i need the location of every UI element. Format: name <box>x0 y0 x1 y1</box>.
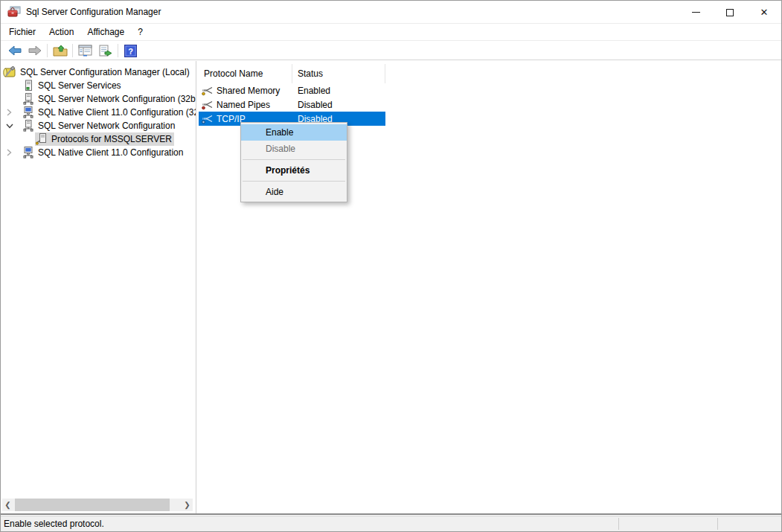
protocols-icon <box>36 133 48 145</box>
tree-item-sql-server-services[interactable]: SQL Server Services <box>1 79 196 92</box>
tree-horizontal-scrollbar[interactable]: ❮ ❯ <box>2 499 193 511</box>
tree-item-label: SQL Server Configuration Manager (Local) <box>20 67 190 77</box>
context-menu-help[interactable]: Aide <box>241 184 347 200</box>
window-controls: ✕ <box>679 1 781 24</box>
content-area: SQL Server Configuration Manager (Local) <box>1 61 781 515</box>
tree-item-config-manager-root[interactable]: SQL Server Configuration Manager (Local) <box>1 65 196 79</box>
tree-item-label: SQL Native Client 11.0 Configuration <box>38 147 183 158</box>
minimize-button[interactable] <box>679 1 713 24</box>
menu-bar: Fichier Action Affichage ? <box>1 25 781 41</box>
chevron-right-icon[interactable] <box>4 148 22 157</box>
column-header-protocol-name[interactable]: Protocol Name <box>199 64 292 83</box>
network-server-icon <box>22 93 34 105</box>
tree-item-network-config[interactable]: SQL Server Network Configuration <box>1 119 196 132</box>
menu-action[interactable]: Action <box>42 25 80 40</box>
title-bar: Sql Server Configuration Manager ✕ <box>1 1 781 24</box>
app-icon <box>7 6 21 18</box>
help-icon: ? <box>124 45 137 57</box>
status-text: Enable selected protocol. <box>4 519 104 529</box>
maximize-icon <box>726 9 734 16</box>
protocol-status: Disabled <box>292 100 385 110</box>
console-root-icon <box>3 66 16 78</box>
menu-fichier[interactable]: Fichier <box>2 25 42 40</box>
protocol-row-shared-memory[interactable]: Shared Memory Enabled <box>199 83 385 97</box>
forward-button[interactable] <box>25 42 45 59</box>
context-menu-disable: Disable <box>241 141 347 157</box>
tree-item-label: SQL Server Network Configuration (32bit) <box>38 94 196 104</box>
protocol-row-named-pipes[interactable]: Named Pipes Disabled <box>199 97 385 112</box>
minimize-icon <box>692 12 700 13</box>
toolbar-separator <box>72 44 73 57</box>
back-arrow-icon <box>7 45 22 56</box>
forward-arrow-icon <box>28 45 42 56</box>
toolbar-separator <box>118 44 118 57</box>
column-header-status[interactable]: Status <box>292 64 385 83</box>
show-console-tree-icon <box>78 45 92 57</box>
protocol-zipper-icon <box>202 86 214 96</box>
statusbar-divider <box>717 518 718 530</box>
up-one-level-button[interactable] <box>50 42 70 59</box>
tree-item-network-config-32bit[interactable]: SQL Server Network Configuration (32bit) <box>1 92 196 106</box>
menu-help[interactable]: ? <box>131 25 150 40</box>
scrollbar-track[interactable] <box>13 499 182 511</box>
menu-affichage[interactable]: Affichage <box>80 25 131 40</box>
client-computer-icon <box>22 147 34 158</box>
tree-item-label: SQL Native Client 11.0 Configuration (32… <box>38 107 196 118</box>
scroll-left-arrow[interactable]: ❮ <box>2 499 13 511</box>
context-menu: Enable Disable Propriétés Aide <box>240 122 347 202</box>
toolbar-separator <box>47 44 48 57</box>
export-list-button[interactable] <box>95 42 115 59</box>
context-menu-separator <box>243 181 345 182</box>
show-console-tree-button[interactable] <box>75 42 95 59</box>
back-button[interactable] <box>4 42 25 59</box>
tree-item-label: SQL Server Network Configuration <box>38 121 175 131</box>
toolbar: ? <box>1 42 781 60</box>
close-button[interactable]: ✕ <box>747 1 781 24</box>
tree-item-protocols-mssqlserver[interactable]: Protocols for MSSQLSERVER <box>1 132 196 146</box>
protocol-status: Enabled <box>292 86 385 96</box>
network-server-icon <box>22 120 34 132</box>
chevron-right-icon[interactable] <box>4 108 22 117</box>
close-icon: ✕ <box>760 7 769 18</box>
chevron-down-icon[interactable] <box>4 122 22 129</box>
tree-item-native-client-32bit[interactable]: SQL Native Client 11.0 Configuration (32… <box>1 106 196 119</box>
status-bar: Enable selected protocol. <box>1 516 781 531</box>
list-header: Protocol Name Status <box>199 64 781 83</box>
up-one-level-icon <box>53 45 68 57</box>
svg-text:?: ? <box>128 46 133 55</box>
tree-item-label: Protocols for MSSQLSERVER <box>51 134 172 144</box>
tree-item-native-client[interactable]: SQL Native Client 11.0 Configuration <box>1 146 196 159</box>
scrollbar-thumb[interactable] <box>15 499 170 511</box>
app-window: Sql Server Configuration Manager ✕ Fichi… <box>0 0 782 532</box>
protocol-name: Shared Memory <box>217 86 280 96</box>
maximize-button[interactable] <box>713 1 747 24</box>
protocol-zipper-icon <box>202 114 214 124</box>
context-menu-enable[interactable]: Enable <box>241 124 347 141</box>
protocol-zipper-icon <box>202 100 214 110</box>
context-menu-separator <box>243 159 345 160</box>
console-tree-pane: SQL Server Configuration Manager (Local) <box>1 61 196 513</box>
protocol-name: Named Pipes <box>217 100 270 110</box>
window-title: Sql Server Configuration Manager <box>26 7 161 17</box>
help-button[interactable]: ? <box>121 42 141 59</box>
scroll-right-arrow[interactable]: ❯ <box>182 499 193 511</box>
export-list-icon <box>98 45 113 57</box>
client-computer-icon <box>22 106 34 118</box>
tree-item-label: SQL Server Services <box>38 80 121 91</box>
statusbar-divider <box>618 518 619 530</box>
context-menu-properties[interactable]: Propriétés <box>241 162 347 179</box>
server-icon <box>22 80 34 92</box>
